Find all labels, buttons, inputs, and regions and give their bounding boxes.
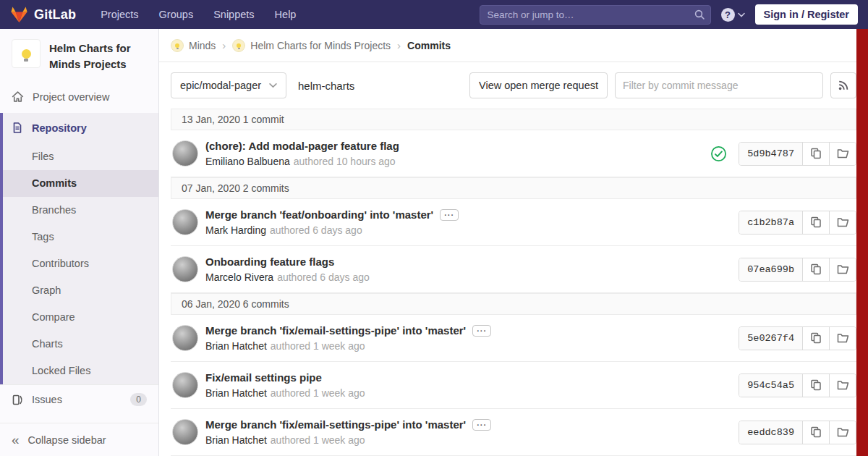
commit-title-link[interactable]: Merge branch 'fix/email-settings-pipe' i… xyxy=(205,418,466,431)
commit-authored-time: authored 6 days ago xyxy=(277,271,370,283)
commit-sha-group: 954c54a5 xyxy=(739,373,856,397)
view-open-merge-request-button[interactable]: View open merge request xyxy=(469,72,608,98)
browse-files-button[interactable] xyxy=(829,143,856,165)
lightbulb-icon xyxy=(22,49,31,59)
folder-icon xyxy=(837,216,849,228)
author-avatar[interactable] xyxy=(172,372,198,398)
sidebar-subitem-tags[interactable]: Tags xyxy=(3,224,158,250)
copy-sha-button[interactable] xyxy=(802,374,829,397)
top-navbar: GitLab Projects Groups Snippets Help ? S… xyxy=(0,0,868,29)
commits-toolbar: epic/modal-pager helm-charts View open m… xyxy=(159,62,868,109)
copy-sha-button[interactable] xyxy=(802,421,829,444)
commit-sha[interactable]: 5d9b4787 xyxy=(739,143,802,165)
copy-icon xyxy=(810,379,822,391)
commit-row: Merge branch 'fix/email-settings-pipe' i… xyxy=(171,315,856,362)
sign-in-register-button[interactable]: Sign in / Register xyxy=(755,4,858,25)
nav-item-projects[interactable]: Projects xyxy=(101,9,138,20)
sidebar-project-link[interactable]: Helm Charts for Minds Projects xyxy=(0,29,158,81)
sidebar-item-issues[interactable]: Issues 0 xyxy=(0,384,158,415)
scrollbar-indicator[interactable] xyxy=(856,29,868,456)
copy-sha-button[interactable] xyxy=(802,258,829,281)
sidebar-item-label: Project overview xyxy=(33,91,109,103)
issues-count-badge: 0 xyxy=(130,393,147,406)
breadcrumb-item-minds[interactable]: Minds xyxy=(171,39,216,52)
sidebar-subitem-graph[interactable]: Graph xyxy=(3,277,158,304)
expand-commit-message-button[interactable]: ··· xyxy=(472,325,491,337)
collapse-sidebar-button[interactable]: « Collapse sidebar xyxy=(0,423,158,456)
commit-row: Merge branch 'feat/onboarding' into 'mas… xyxy=(171,199,856,246)
commit-title-link[interactable]: Onboarding feature flags xyxy=(205,256,334,268)
browse-files-button[interactable] xyxy=(829,258,856,281)
rss-feed-button[interactable] xyxy=(830,72,856,98)
copy-sha-button[interactable] xyxy=(802,211,829,234)
browse-files-button[interactable] xyxy=(829,327,856,350)
chevron-down-icon xyxy=(738,12,745,17)
author-avatar[interactable] xyxy=(172,419,198,445)
browse-files-button[interactable] xyxy=(829,211,856,234)
author-avatar[interactable] xyxy=(172,140,198,166)
nav-item-snippets[interactable]: Snippets xyxy=(213,9,254,20)
commit-author-link[interactable]: Marcelo Rivera xyxy=(205,271,273,283)
commit-sha[interactable]: eeddc839 xyxy=(739,421,802,444)
author-avatar[interactable] xyxy=(172,209,198,235)
commit-title-link[interactable]: Fix/email settings pipe xyxy=(205,371,322,384)
help-menu-button[interactable]: ? xyxy=(721,8,745,22)
sidebar-item-label: Repository xyxy=(32,122,87,134)
sidebar-subitem-files[interactable]: Files xyxy=(3,143,158,170)
commit-sha[interactable]: 954c54a5 xyxy=(739,374,802,397)
commit-author-link[interactable]: Brian Hatchet xyxy=(205,340,267,352)
chevron-right-icon: › xyxy=(222,39,226,51)
commit-authored-time: authored 10 hours ago xyxy=(294,156,396,167)
sidebar-subitem-compare[interactable]: Compare xyxy=(3,304,158,331)
commit-authored-time: authored 1 week ago xyxy=(271,387,365,399)
commit-sha-group: eeddc839 xyxy=(739,421,856,444)
commit-author-link[interactable]: Emiliano Balbuena xyxy=(205,156,290,167)
expand-commit-message-button[interactable]: ··· xyxy=(472,419,491,431)
global-search-input[interactable] xyxy=(480,5,711,25)
browse-files-button[interactable] xyxy=(829,374,856,397)
commit-sha[interactable]: c1b2b87a xyxy=(739,211,802,234)
copy-sha-button[interactable] xyxy=(802,327,829,350)
sidebar-item-repository[interactable]: Repository xyxy=(3,113,158,143)
sidebar-subitem-charts[interactable]: Charts xyxy=(3,331,158,358)
commit-author-link[interactable]: Brian Hatchet xyxy=(205,434,267,446)
project-sidebar: Helm Charts for Minds Projects Project o… xyxy=(0,29,159,456)
commit-row: Merge branch 'fix/email-settings-pipe' i… xyxy=(171,409,856,456)
commit-sha[interactable]: 07ea699b xyxy=(739,258,802,281)
nav-item-help[interactable]: Help xyxy=(275,9,297,20)
home-icon xyxy=(12,90,24,103)
folder-icon xyxy=(837,148,849,159)
group-avatar xyxy=(171,39,184,52)
copy-sha-button[interactable] xyxy=(802,143,829,165)
commit-date-header: 06 Jan, 2020 6 commits xyxy=(171,293,856,315)
author-avatar[interactable] xyxy=(172,325,198,351)
commit-author-link[interactable]: Brian Hatchet xyxy=(205,387,267,399)
sidebar-subitem-commits[interactable]: Commits xyxy=(3,170,158,197)
commit-title-link[interactable]: Merge branch 'fix/email-settings-pipe' i… xyxy=(205,324,466,337)
gitlab-logo[interactable]: GitLab xyxy=(10,6,76,23)
chevron-right-icon: › xyxy=(397,39,401,51)
copy-icon xyxy=(810,148,822,159)
commit-row: (chore): Add modal-pager feature flag Em… xyxy=(171,130,856,177)
browse-files-button[interactable] xyxy=(829,421,856,444)
navbar-menu: Projects Groups Snippets Help xyxy=(101,9,296,20)
breadcrumb-item-project[interactable]: Helm Charts for Minds Projects xyxy=(232,39,391,52)
sidebar-subitem-branches[interactable]: Branches xyxy=(3,197,158,224)
expand-commit-message-button[interactable]: ··· xyxy=(440,209,459,221)
nav-item-groups[interactable]: Groups xyxy=(159,9,194,20)
branch-selector-value: epic/modal-pager xyxy=(180,80,261,91)
author-avatar[interactable] xyxy=(172,256,198,282)
commit-sha[interactable]: 5e0267f4 xyxy=(739,327,802,350)
branch-selector-dropdown[interactable]: epic/modal-pager xyxy=(171,72,286,98)
commit-title-link[interactable]: (chore): Add modal-pager feature flag xyxy=(205,140,399,152)
gitlab-tanuki-icon xyxy=(10,6,28,23)
sidebar-item-project-overview[interactable]: Project overview xyxy=(0,81,158,113)
sidebar-subitem-locked-files[interactable]: Locked Files xyxy=(3,358,158,384)
sidebar-subitem-contributors[interactable]: Contributors xyxy=(3,250,158,277)
document-icon xyxy=(12,122,23,134)
pipeline-passed-icon[interactable] xyxy=(710,145,727,162)
commit-title-link[interactable]: Merge branch 'feat/onboarding' into 'mas… xyxy=(205,208,433,221)
commit-author-link[interactable]: Mark Harding xyxy=(205,224,266,236)
filter-commits-input[interactable] xyxy=(615,72,823,98)
breadcrumb-label: Helm Charts for Minds Projects xyxy=(250,40,391,51)
